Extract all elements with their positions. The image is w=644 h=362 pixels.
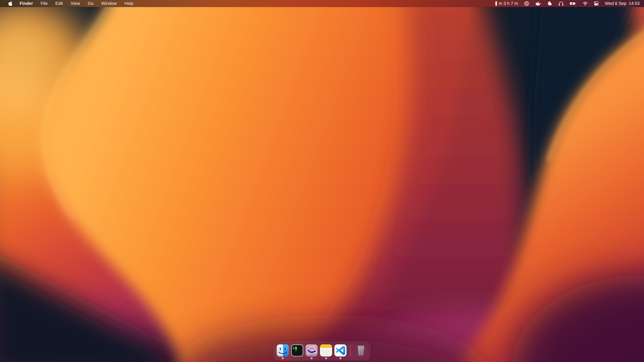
wifi-icon [582, 1, 588, 5]
menu-bar-status: in 3 h 7 m [496, 0, 640, 7]
svg-text:$: $ [293, 346, 295, 350]
dock-finder[interactable] [277, 345, 289, 357]
running-indicator [311, 357, 312, 359]
dock-terminal[interactable]: $ [291, 345, 303, 357]
status-1password[interactable] [524, 0, 529, 7]
dock-arc-browser[interactable] [306, 345, 318, 357]
status-timer[interactable]: in 3 h 7 m [496, 0, 518, 7]
menu-go[interactable]: Go [84, 0, 98, 7]
desktop: Finder File Edit View Go Window Help in … [0, 0, 644, 362]
menu-window[interactable]: Window [98, 0, 120, 7]
clock-time: 14:53 [629, 1, 640, 6]
apple-menu[interactable] [5, 0, 16, 7]
status-focus[interactable] [547, 0, 552, 7]
running-indicator [340, 357, 342, 359]
clock-date: Wed 6 Sep [605, 1, 626, 6]
vscode-icon [334, 345, 346, 357]
menu-view[interactable]: View [67, 0, 84, 7]
status-docker[interactable] [535, 0, 541, 7]
status-wifi[interactable] [582, 0, 588, 7]
menu-bar-clock[interactable]: Wed 6 Sep 14:53 [605, 0, 640, 7]
apple-icon [8, 1, 12, 6]
trash-icon [356, 345, 366, 356]
status-control-center[interactable] [594, 0, 599, 7]
arc-browser-icon [306, 345, 318, 357]
menu-bar-left: Finder File Edit View Go Window Help [5, 0, 137, 7]
menu-bar: Finder File Edit View Go Window Help in … [0, 0, 644, 7]
menu-help[interactable]: Help [120, 0, 137, 7]
terminal-icon: $ [291, 345, 303, 357]
dock-separator [350, 344, 351, 357]
status-timer-label: in 3 h 7 m [499, 1, 518, 6]
dock-notes[interactable] [320, 345, 332, 357]
headphones-icon [558, 1, 564, 6]
dock-vscode[interactable] [334, 345, 346, 357]
running-indicator [325, 357, 327, 359]
wallpaper-ventura [0, 0, 644, 362]
docker-icon [535, 1, 541, 6]
dock-trash[interactable] [354, 345, 367, 357]
active-app-menu[interactable]: Finder [16, 0, 37, 7]
control-center-icon [594, 1, 599, 6]
dock: $ [274, 342, 370, 360]
battery-charging-icon [570, 2, 576, 5]
status-audio[interactable] [558, 0, 564, 7]
timer-capsule-icon [496, 1, 497, 6]
running-indicator [282, 357, 284, 359]
menu-file[interactable]: File [37, 0, 52, 7]
menu-edit[interactable]: Edit [52, 0, 67, 7]
dock-panel: $ [274, 342, 370, 360]
notes-icon [320, 345, 332, 357]
focus-moon-icon [547, 1, 552, 6]
finder-icon [277, 345, 289, 357]
onepassword-icon [524, 1, 529, 6]
status-battery[interactable] [570, 0, 576, 7]
